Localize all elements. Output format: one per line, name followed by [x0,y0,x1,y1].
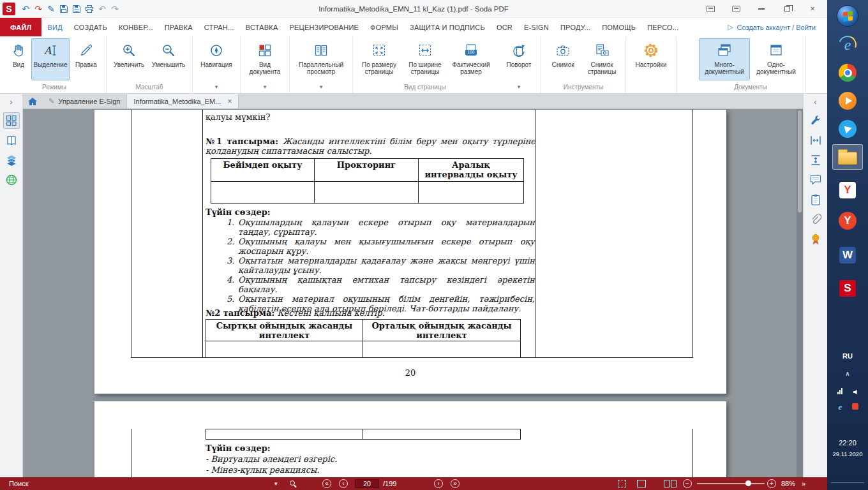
start-button[interactable] [832,3,863,29]
statusbar-overflow-icon[interactable]: » [802,477,805,490]
menu-tab-products[interactable]: ПРОДУ... [555,18,596,36]
single-document-button[interactable]: Одно-документный [750,38,802,80]
fit-width-button[interactable]: По ширине страницы [402,38,448,80]
tray-network-icon[interactable] [835,387,845,396]
fit-page-button[interactable]: По размеру страницы [356,38,402,80]
search-options-dropdown-icon[interactable]: ▾ [274,477,278,490]
print-icon[interactable] [83,3,96,15]
edit-icon[interactable]: ✎ [45,3,57,15]
zoom-in-button[interactable]: Увеличить [110,38,148,80]
view-mode-button[interactable]: Вид [6,38,31,80]
select-mode-button[interactable]: A Выделение [31,38,70,80]
facing-pages-button[interactable] [664,480,670,487]
tray-app-icon[interactable] [850,402,860,412]
internet-explorer-taskbar-button[interactable]: e [832,32,863,57]
tools-wrench-icon[interactable] [807,112,824,129]
tab-esign-management[interactable]: ✎ Управление E-Sign [42,94,126,108]
certificates-award-icon[interactable] [807,231,824,248]
snapshot-button[interactable]: Снимок [544,38,581,80]
multi-document-button[interactable]: Много-документный [699,38,750,80]
save-as-icon[interactable] [70,3,83,15]
settings-button[interactable]: Настройки [629,38,673,80]
search-icon[interactable] [290,480,295,486]
layers-icon[interactable] [3,152,20,168]
ribbon-display-icon[interactable] [728,3,744,15]
vertical-scrollbar[interactable] [797,109,803,477]
home-tab-button[interactable] [23,94,42,108]
collapse-right-panel-icon[interactable]: ‹ [804,96,827,109]
account-signin-link[interactable]: ▷ Создать аккаунт / Войти [728,18,827,36]
fit-vertical-icon[interactable] [807,152,824,168]
show-desktop-button[interactable] [831,482,864,487]
pdf-viewer[interactable]: қалуы мүмкін? №1 тапсырма: Жасанды интел… [23,109,803,477]
scrollbar-thumb[interactable] [798,110,802,212]
minimize-button[interactable] [753,3,770,15]
tray-expand-icon[interactable]: ∧ [827,370,868,377]
parallel-view-dropdown-icon[interactable]: ▾ [293,83,349,93]
facing-pages-button[interactable] [671,480,677,487]
document-view-dropdown-icon[interactable]: ▾ [244,83,286,93]
menu-tab-insert[interactable]: ВСТАВКА [240,18,284,36]
menu-tab-convert[interactable]: КОНВЕР... [113,18,159,36]
language-indicator[interactable]: RU [827,352,868,360]
telegram-taskbar-button[interactable] [832,116,863,142]
word-taskbar-button[interactable]: W [832,242,863,268]
menu-tab-help[interactable]: ПОМОЩЬ [596,18,641,36]
fullscreen-button[interactable] [618,480,626,487]
fit-horizontal-icon[interactable] [807,132,824,149]
attachments-paperclip-icon[interactable] [807,211,824,228]
clipboard-icon[interactable] [807,191,824,208]
close-button[interactable]: × [804,3,821,15]
chrome-taskbar-button[interactable] [832,60,863,85]
touch-mode-icon[interactable] [702,3,719,15]
menu-tab-forms[interactable]: ФОРМЫ [364,18,404,36]
media-player-taskbar-button[interactable] [832,88,863,114]
menu-tab-ocr[interactable]: OCR [491,18,518,36]
zoom-in-button[interactable]: + [767,479,776,488]
redo-icon[interactable]: ↷ [32,3,45,15]
page-thumbnails-icon[interactable] [3,112,20,129]
page-number-input[interactable]: 20 [355,479,379,488]
tab-pdf-document[interactable]: Informatika_Metodika_EM... × [126,94,239,108]
menu-tab-pages[interactable]: СТРАН... [198,18,240,36]
menu-tab-file[interactable]: ФАЙЛ [0,18,41,36]
file-explorer-taskbar-button[interactable] [832,144,863,170]
zoom-slider-handle[interactable] [745,480,751,486]
undo-icon[interactable]: ↶ [19,3,32,15]
menu-tab-edit[interactable]: ПРАВКА [159,18,198,36]
close-tab-icon[interactable]: × [227,97,232,106]
yandex-taskbar-button[interactable]: Y [832,177,863,203]
sodapdf-taskbar-button[interactable]: S [832,276,863,301]
expand-left-panel-icon[interactable]: › [0,96,22,109]
clock[interactable]: 22:20 [827,439,868,447]
last-page-button[interactable]: » [451,479,460,488]
comments-icon[interactable] [807,172,824,188]
bookmarks-icon[interactable] [3,132,20,149]
previous-page-button[interactable]: ‹ [339,479,348,488]
rotate-button[interactable]: Поворот [500,38,537,80]
restore-button[interactable] [779,3,795,15]
navigation-dropdown-icon[interactable]: ▾ [196,83,237,93]
web-links-icon[interactable] [3,172,20,188]
previous-view-icon[interactable]: ↶ [96,3,108,15]
menu-tab-review[interactable]: РЕЦЕНЗИРОВАНИЕ [283,18,364,36]
zoom-out-button[interactable]: − [683,479,692,488]
menu-tab-personalize[interactable]: ПЕРСО... [641,18,684,36]
menu-tab-view[interactable]: ВИД [41,18,68,36]
menu-tab-create[interactable]: СОЗДАТЬ [68,18,113,36]
navigation-button[interactable]: Навигация [196,38,237,80]
next-view-icon[interactable]: ↷ [108,3,121,15]
menu-tab-secure-sign[interactable]: ЗАЩИТА И ПОДПИСЬ [404,18,491,36]
zoom-slider[interactable] [697,483,765,484]
next-page-button[interactable]: › [434,479,443,488]
menu-tab-esign[interactable]: E-SIGN [518,18,555,36]
save-icon[interactable] [57,3,70,15]
yandex-browser-taskbar-button[interactable]: Y [832,208,863,234]
fit-visible-button[interactable] [637,480,646,487]
date[interactable]: 29.11.2020 [827,450,868,457]
rotate-dropdown-icon[interactable]: ▾ [500,83,537,93]
first-page-button[interactable]: « [322,479,331,488]
document-view-button[interactable]: Вид документа [244,38,286,80]
tray-browser-icon[interactable]: e [835,402,845,412]
search-input[interactable]: Поиск [9,477,28,490]
